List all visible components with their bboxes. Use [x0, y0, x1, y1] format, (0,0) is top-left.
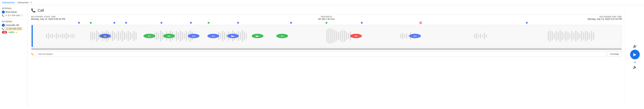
svg-rect-66: [180, 30, 181, 42]
playhead-bar: [32, 25, 33, 47]
svg-rect-136: [587, 32, 588, 40]
svg-rect-68: [184, 33, 185, 39]
svg-rect-25: [68, 34, 68, 38]
svg-rect-26: [70, 35, 70, 37]
svg-text:n: n: [212, 35, 215, 37]
svg-text:●: ●: [354, 35, 358, 37]
internal-user-row: 👤 Root Admin: [2, 11, 25, 14]
external-user-row: 👤 Unionville ON: [2, 24, 25, 27]
waveform-svg: // This will be rendered as static SVG r…: [31, 25, 622, 47]
call-phone-icon: 📞: [31, 8, 36, 13]
annotation-input[interactable]: [36, 52, 606, 57]
svg-rect-121: [558, 32, 558, 40]
play-button[interactable]: ▶: [630, 50, 640, 59]
svg-rect-113: [482, 35, 483, 37]
volume-low-icon[interactable]: 🔉: [633, 65, 637, 69]
svg-rect-103: [404, 34, 405, 38]
top-nav: Interactions / Interaction ⎘: [0, 0, 644, 5]
score-row: -52 +100% ▲: [2, 31, 25, 34]
external-section-label: EXTERNAL: [2, 21, 25, 23]
svg-rect-89: [328, 29, 330, 43]
svg-point-8: [526, 22, 528, 24]
svg-rect-115: [486, 34, 487, 38]
svg-rect-134: [583, 32, 584, 39]
svg-rect-117: [550, 30, 551, 42]
svg-rect-116: [548, 31, 549, 40]
svg-rect-130: [576, 31, 576, 42]
svg-rect-110: [476, 33, 477, 39]
svg-rect-138: [591, 31, 592, 41]
waveform-scrollbar[interactable]: [31, 48, 622, 50]
svg-point-5: [237, 22, 239, 24]
external-user-icon: 👤: [2, 24, 5, 27]
svg-rect-24: [66, 33, 66, 39]
svg-rect-28: [74, 35, 74, 37]
external-phone-number: +1 905-968-3336: [5, 27, 22, 30]
svg-rect-76: [224, 32, 225, 40]
scrollbar-thumb[interactable]: [31, 48, 622, 50]
svg-rect-75: [222, 31, 223, 41]
internal-phone-icon: 📞: [2, 15, 4, 17]
section-divider: [2, 19, 25, 19]
recording-start-block: RECORDING START TIME Monday, July 13, 20…: [31, 16, 65, 20]
svg-rect-123: [562, 32, 562, 40]
svg-rect-29: [90, 32, 91, 40]
svg-rect-124: [564, 33, 564, 39]
svg-rect-16: [50, 35, 51, 37]
recording-start-value: Monday, July 13, 2020 9:09:42 PM: [31, 18, 65, 20]
svg-rect-17: [52, 34, 53, 38]
svg-rect-21: [60, 35, 61, 37]
svg-rect-51: [134, 31, 134, 41]
external-phone-row: 📞 +1 905-968-3336: [2, 27, 25, 30]
timeline-meta: RECORDING START TIME Monday, July 13, 20…: [31, 16, 622, 20]
svg-rect-97: [344, 31, 345, 42]
copy-link-icon[interactable]: ⎘: [31, 1, 32, 4]
svg-rect-44: [120, 32, 121, 39]
progress-value: 0m 00s / 3m 01s: [318, 18, 335, 20]
svg-text:▶: ▶: [231, 35, 235, 37]
svg-text:▶: ▶: [256, 35, 260, 37]
svg-rect-105: [408, 35, 409, 37]
svg-rect-114: [484, 33, 485, 39]
svg-rect-27: [72, 34, 72, 38]
svg-rect-84: [240, 32, 241, 40]
svg-rect-91: [332, 29, 333, 43]
internal-phone-number: +1 317-939-1081: [5, 14, 20, 17]
breadcrumb-interactions-link[interactable]: Interactions: [2, 1, 14, 4]
svg-point-2: [125, 22, 127, 24]
waveform-container[interactable]: // This will be rendered as static SVG r…: [31, 25, 622, 47]
svg-text:n: n: [148, 35, 151, 37]
svg-rect-46: [124, 32, 125, 40]
svg-rect-101: [400, 34, 401, 38]
svg-rect-56: [160, 31, 161, 41]
external-phone-icon: 📞: [2, 28, 4, 30]
svg-rect-65: [178, 32, 179, 39]
speed-label: x1: [634, 61, 636, 64]
svg-text:n: n: [280, 35, 284, 37]
progress-block: PROGRESS 0m 00s / 3m 01s: [318, 16, 335, 20]
svg-rect-30: [92, 31, 93, 40]
internal-info-icon[interactable]: ⓘ: [21, 14, 23, 17]
call-header: 📞 Call: [31, 7, 622, 15]
svg-rect-54: [156, 32, 157, 40]
svg-rect-104: [406, 33, 407, 39]
volume-high-icon[interactable]: 🔊: [633, 44, 637, 48]
annotate-button[interactable]: Annotate: [608, 52, 622, 57]
svg-rect-118: [552, 32, 553, 40]
svg-rect-74: [220, 33, 221, 39]
svg-point-6: [290, 22, 292, 24]
svg-rect-42: [116, 33, 117, 39]
svg-point-10: [208, 22, 210, 24]
svg-point-13: [420, 22, 421, 23]
svg-rect-99: [348, 33, 349, 39]
svg-rect-23: [64, 34, 65, 38]
svg-rect-96: [342, 30, 343, 42]
svg-rect-111: [478, 35, 479, 37]
svg-rect-14: [46, 34, 47, 38]
trend-icon: ▲: [16, 31, 18, 33]
svg-rect-87: [246, 33, 247, 39]
svg-rect-57: [162, 32, 163, 40]
svg-point-3: [160, 22, 162, 24]
internal-phone-row: 📞 +1 317-939-1081 ⓘ: [2, 14, 25, 17]
svg-rect-20: [58, 34, 59, 38]
